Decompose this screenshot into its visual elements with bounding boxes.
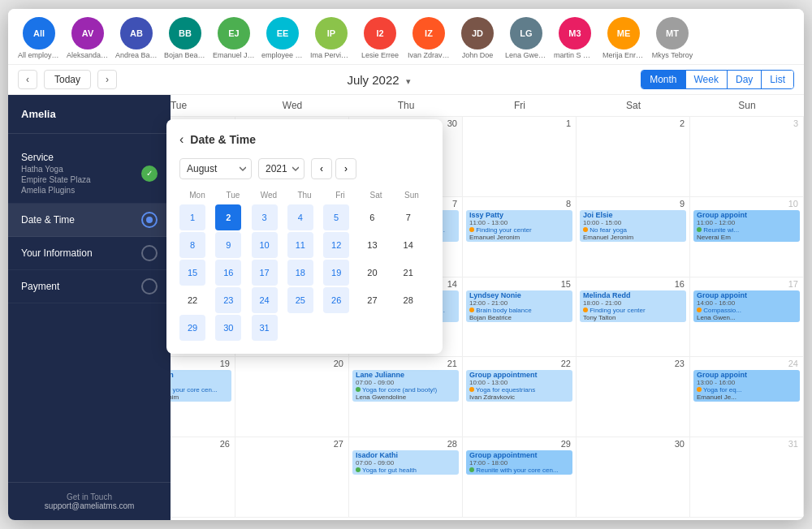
mini-cell-1-2[interactable]: 10 — [252, 232, 278, 258]
mini-cell-1-4[interactable]: 12 — [323, 232, 349, 258]
event-joi-elsie[interactable]: Joi Elsie 10:00 - 15:00 No fear yoga Ema… — [580, 210, 686, 242]
cal-cell-jul27[interactable]: 27 — [235, 437, 349, 517]
event-group-appt6[interactable]: Group appointment 17:00 - 18:00 Reunite … — [466, 450, 572, 475]
col-sun: Sun — [690, 95, 804, 116]
cal-cell-jul30[interactable]: 30 — [577, 437, 690, 517]
event-lane[interactable]: Lane Julianne 07:00 - 09:00 Yoga for cor… — [352, 370, 459, 402]
cal-cell-jul31[interactable]: 31 — [690, 437, 804, 517]
prev-month-button[interactable]: ‹ — [18, 70, 37, 89]
mini-cell-1-5: 13 — [359, 232, 385, 258]
mini-cell-0-6: 7 — [395, 204, 421, 230]
event-group-appt3[interactable]: Group appoint 14:00 - 16:00 Compassio...… — [693, 290, 800, 322]
mini-cell-4-4 — [323, 315, 349, 341]
today-button[interactable]: Today — [44, 70, 91, 89]
avatar-item-7[interactable]: I2Lesie Erree — [359, 17, 401, 59]
app-window: AllAll employeesAVAleksandar ...ABAndrea… — [8, 9, 804, 520]
mini-cell-3-4[interactable]: 26 — [323, 287, 349, 313]
picker-back-button[interactable]: ‹ — [179, 132, 184, 147]
datetime-picker: ‹ Date & Time August JanuaryFebruaryMarc… — [166, 119, 443, 354]
view-list-button[interactable]: List — [761, 71, 793, 88]
avatar-item-8[interactable]: IZIvan Zdravk... — [408, 17, 450, 59]
mini-cell-0-4[interactable]: 5 — [323, 204, 349, 230]
month-select[interactable]: August JanuaryFebruaryMarch AprilMayJune… — [179, 158, 252, 179]
cal-cell-jul3[interactable]: 3 — [690, 117, 804, 196]
mini-cell-3-3[interactable]: 25 — [287, 287, 313, 313]
cal-cell-jul8[interactable]: 8 Issy Patty 11:00 - 13:00 Finding your … — [463, 197, 577, 277]
mini-cell-3-1[interactable]: 23 — [215, 287, 241, 313]
view-day-button[interactable]: Day — [727, 71, 761, 88]
mini-cell-2-2[interactable]: 17 — [252, 260, 278, 286]
avatar-item-2[interactable]: ABAndrea Barber — [115, 17, 158, 59]
cal-cell-jul20[interactable]: 20 — [235, 357, 349, 437]
sidebar-footer: Get in Touch support@ameliatms.com — [8, 482, 171, 520]
avatar-item-11[interactable]: M3martin S Mike Sober — [554, 17, 596, 59]
avatar-item-12[interactable]: MEMerija Enrel Marija Tess — [603, 17, 645, 59]
mini-cell-4-1[interactable]: 30 — [215, 315, 241, 341]
cal-cell-jul15[interactable]: 15 Lyndsey Nonie 12:00 - 21:00 Brain bod… — [463, 277, 577, 357]
sidebar-step-service[interactable]: Service Hatha Yoga Empire State Plaza Am… — [8, 144, 171, 204]
year-select[interactable]: 2021 202020222023 — [258, 158, 304, 179]
info-step-icon — [141, 245, 158, 261]
mini-cell-2-4[interactable]: 19 — [323, 260, 349, 286]
avatar-item-1[interactable]: AVAleksandar ... — [67, 17, 109, 59]
mini-cal-body: 1234567891011121314151617181920212223242… — [179, 204, 430, 341]
mini-cell-2-3[interactable]: 18 — [287, 260, 313, 286]
event-group-appt4[interactable]: Group appointment 10:00 - 13:00 Yoga for… — [466, 370, 572, 402]
picker-header: ‹ Date & Time — [179, 132, 430, 147]
avatar-label-13: Mkys Tebroy — [652, 51, 693, 59]
cal-cell-jul23[interactable]: 23 — [577, 357, 690, 437]
mini-cell-2-5: 20 — [359, 260, 385, 286]
cal-cell-jul21[interactable]: 21 Lane Julianne 07:00 - 09:00 Yoga for … — [349, 357, 463, 437]
mini-cell-4-2[interactable]: 31 — [252, 315, 278, 341]
mini-cell-0-0[interactable]: 1 — [179, 204, 205, 230]
cal-cell-jul24[interactable]: 24 Group appoint 13:00 - 16:00 Yoga for … — [690, 357, 804, 437]
mini-cell-0-1[interactable]: 2 — [215, 204, 241, 230]
mini-cell-2-1[interactable]: 16 — [215, 260, 241, 286]
cal-cell-jul29[interactable]: 29 Group appointment 17:00 - 18:00 Reuni… — [463, 437, 577, 517]
avatar-item-5[interactable]: EEemployee e... — [261, 17, 304, 59]
mini-cell-1-6: 14 — [395, 232, 421, 258]
picker-prev-button[interactable]: ‹ — [311, 158, 332, 179]
avatar-circle-10: LG — [510, 17, 542, 49]
avatar-item-4[interactable]: EJEmanuel Jer... — [213, 17, 255, 59]
cal-cell-jul2[interactable]: 2 — [577, 117, 690, 196]
cal-cell-jul28[interactable]: 28 Isador Kathi 07:00 - 09:00 Yoga for g… — [349, 437, 463, 517]
avatar-item-0[interactable]: AllAll employees — [18, 17, 60, 59]
mini-cell-2-0[interactable]: 15 — [179, 260, 205, 286]
avatar-item-13[interactable]: MTMkys Tebroy — [651, 17, 693, 59]
next-month-button[interactable]: › — [97, 70, 117, 89]
cal-cell-jul10[interactable]: 10 Group appoint 11:00 - 12:00 Reunite w… — [690, 197, 804, 277]
mini-cell-1-1[interactable]: 9 — [215, 232, 241, 258]
sidebar-step-payment[interactable]: Payment — [8, 270, 171, 303]
event-group-appt5[interactable]: Group appoint 13:00 - 16:00 Yoga for eq.… — [693, 370, 800, 402]
sidebar-step-info[interactable]: Your Information — [8, 237, 171, 270]
view-week-button[interactable]: Week — [685, 71, 727, 88]
cal-cell-jul9[interactable]: 9 Joi Elsie 10:00 - 15:00 No fear yoga E… — [577, 197, 690, 277]
cal-cell-jul22[interactable]: 22 Group appointment 10:00 - 13:00 Yoga … — [463, 357, 577, 437]
cal-cell-jul17[interactable]: 17 Group appoint 14:00 - 16:00 Compassio… — [690, 277, 804, 357]
mini-cell-0-2[interactable]: 3 — [252, 204, 278, 230]
avatar-item-3[interactable]: BBBojan Beatrice — [164, 17, 206, 59]
mini-week-1: 891011121314 — [179, 232, 430, 258]
mini-cell-1-0[interactable]: 8 — [179, 232, 205, 258]
sidebar-step-datetime[interactable]: Date & Time — [8, 204, 171, 237]
event-isador[interactable]: Isador Kathi 07:00 - 09:00 Yoga for gut … — [352, 450, 459, 475]
avatar-item-6[interactable]: IPIma Pervina Emily Ernie — [310, 17, 352, 59]
event-lyndsey[interactable]: Lyndsey Nonie 12:00 - 21:00 Brain body b… — [466, 290, 572, 322]
event-issy[interactable]: Issy Patty 11:00 - 13:00 Finding your ce… — [466, 210, 572, 242]
event-group-appt2[interactable]: Group appoint 11:00 - 12:00 Reunite wi..… — [693, 210, 800, 242]
avatar-item-10[interactable]: LGLena Gwen... — [505, 17, 547, 59]
mini-cell-4-0[interactable]: 29 — [179, 315, 205, 341]
view-month-button[interactable]: Month — [641, 71, 685, 88]
avatar-circle-0: All — [23, 17, 55, 49]
avatar-circle-5: EE — [266, 17, 299, 49]
event-melinda[interactable]: Melinda Redd 18:00 - 21:00 Finding your … — [580, 290, 686, 322]
cal-cell-jul1[interactable]: 1 — [463, 117, 577, 196]
mini-cell-3-2[interactable]: 24 — [252, 287, 278, 313]
picker-next-button[interactable]: › — [335, 158, 356, 179]
avatar-label-11: martin S Mike Sober — [554, 51, 596, 59]
mini-cell-1-3[interactable]: 11 — [287, 232, 313, 258]
avatar-item-9[interactable]: JDJohn Doe — [456, 17, 499, 59]
mini-cell-0-3[interactable]: 4 — [287, 204, 313, 230]
cal-cell-jul16[interactable]: 16 Melinda Redd 18:00 - 21:00 Finding yo… — [577, 277, 690, 357]
